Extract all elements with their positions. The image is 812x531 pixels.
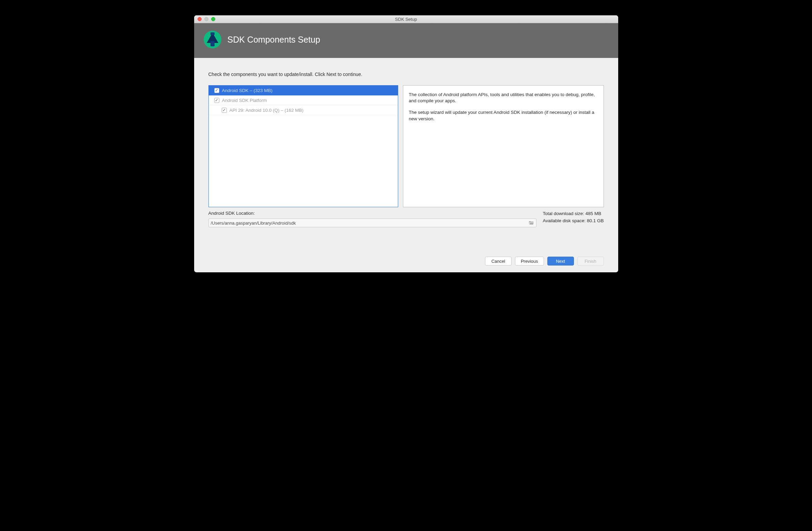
description-paragraph: The collection of Android platform APIs,… — [409, 92, 598, 104]
content-area: Check the components you want to update/… — [194, 58, 618, 232]
list-item-label: Android SDK – (323 MB) — [222, 88, 273, 93]
description-paragraph: The setup wizard will update your curren… — [409, 109, 598, 122]
description-pane: The collection of Android platform APIs,… — [403, 85, 604, 207]
page-header: SDK Components Setup — [194, 23, 618, 58]
total-download-size: Total download size: 485 MB — [542, 211, 604, 216]
available-disk-space: Available disk space: 80.1 GB — [542, 218, 604, 223]
sdk-location-field[interactable]: /Users/anna.gasparyan/Library/Android/sd… — [208, 219, 537, 227]
zoom-icon[interactable] — [211, 17, 215, 21]
list-item-label: Android SDK Platform — [222, 98, 267, 103]
setup-window: SDK Setup SDK Components Setup Check the… — [194, 15, 618, 272]
location-row: Android SDK Location: /Users/anna.gaspar… — [208, 211, 604, 227]
window-title: SDK Setup — [194, 17, 618, 22]
previous-button[interactable]: Previous — [515, 257, 544, 266]
checkbox-icon[interactable] — [214, 88, 219, 93]
cancel-button[interactable]: Cancel — [485, 257, 511, 266]
finish-button: Finish — [577, 257, 604, 266]
minimize-icon — [204, 17, 208, 21]
checkbox-icon[interactable] — [222, 108, 227, 113]
android-studio-logo-icon — [204, 31, 221, 48]
list-item[interactable]: Android SDK – (323 MB) — [209, 86, 398, 95]
page-title: SDK Components Setup — [228, 35, 320, 45]
folder-open-icon[interactable] — [528, 220, 534, 226]
checkbox-icon[interactable] — [214, 98, 219, 103]
sdk-location-label: Android SDK Location: — [208, 211, 537, 216]
close-icon[interactable] — [198, 17, 202, 21]
list-item-label: API 29: Android 10.0 (Q) – (162 MB) — [230, 108, 304, 113]
next-button[interactable]: Next — [547, 257, 574, 266]
traffic-lights — [198, 17, 215, 21]
list-item[interactable]: API 29: Android 10.0 (Q) – (162 MB) — [209, 105, 398, 115]
stats-block: Total download size: 485 MB Available di… — [542, 211, 604, 225]
list-item[interactable]: Android SDK Platform — [209, 95, 398, 105]
split-panes: Android SDK – (323 MB) Android SDK Platf… — [208, 85, 604, 207]
button-bar: Cancel Previous Next Finish — [194, 232, 618, 272]
titlebar: SDK Setup — [194, 15, 618, 23]
sdk-location-path: /Users/anna.gasparyan/Library/Android/sd… — [211, 221, 529, 226]
instruction-text: Check the components you want to update/… — [208, 72, 604, 77]
components-list[interactable]: Android SDK – (323 MB) Android SDK Platf… — [208, 85, 398, 207]
